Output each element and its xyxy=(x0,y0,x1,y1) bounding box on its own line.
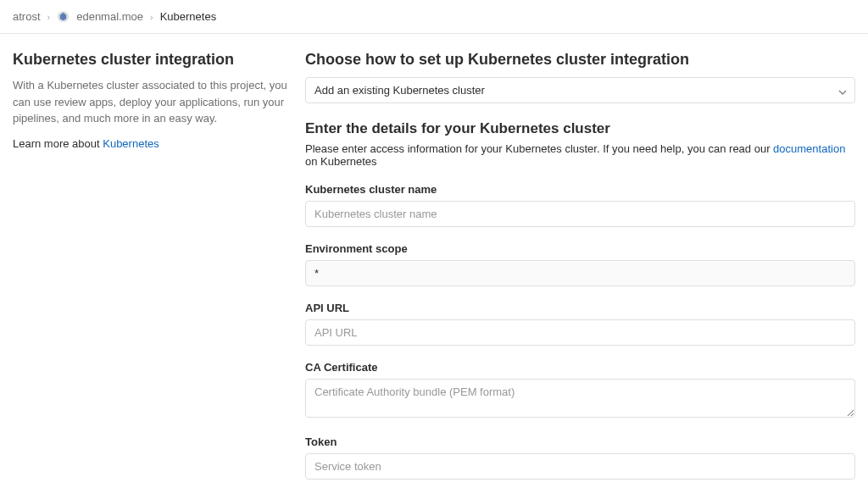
learn-more: Learn more about Kubernetes xyxy=(13,137,288,150)
details-heading: Enter the details for your Kubernetes cl… xyxy=(305,120,855,137)
env-scope-label: Environment scope xyxy=(305,242,855,255)
sidebar: Kubernetes cluster integration With a Ku… xyxy=(13,51,288,488)
sidebar-title: Kubernetes cluster integration xyxy=(13,51,288,69)
breadcrumb: atrost › edenmal.moe › Kubernetes xyxy=(0,0,868,34)
project-avatar-icon xyxy=(57,10,70,23)
token-input[interactable] xyxy=(305,453,855,480)
token-label: Token xyxy=(305,435,855,448)
kubernetes-link[interactable]: Kubernetes xyxy=(103,137,159,150)
chevron-right-icon: › xyxy=(150,12,153,22)
ca-cert-input[interactable] xyxy=(305,379,855,418)
choose-heading: Choose how to set up Kubernetes cluster … xyxy=(305,51,855,69)
breadcrumb-project[interactable]: edenmal.moe xyxy=(76,10,143,23)
api-url-input[interactable] xyxy=(305,319,855,346)
breadcrumb-user[interactable]: atrost xyxy=(13,10,41,23)
sidebar-description: With a Kubernetes cluster associated to … xyxy=(13,77,288,127)
documentation-link[interactable]: documentation xyxy=(773,142,845,155)
learn-more-prefix: Learn more about xyxy=(13,137,103,150)
ca-cert-label: CA Certificate xyxy=(305,361,855,374)
api-url-label: API URL xyxy=(305,302,855,314)
setup-method-select[interactable]: Add an existing Kubernetes cluster xyxy=(305,77,855,103)
setup-method-select-wrap: Add an existing Kubernetes cluster xyxy=(305,77,855,103)
chevron-right-icon: › xyxy=(47,12,51,22)
help-text: Please enter access information for your… xyxy=(305,142,855,168)
cluster-name-label: Kubernetes cluster name xyxy=(305,183,855,196)
breadcrumb-current: Kubernetes xyxy=(160,10,217,23)
help-prefix: Please enter access information for your… xyxy=(305,142,773,155)
main-content: Choose how to set up Kubernetes cluster … xyxy=(305,51,855,488)
env-scope-input[interactable] xyxy=(305,260,855,286)
cluster-name-input[interactable] xyxy=(305,201,855,227)
help-suffix: on Kubernetes xyxy=(305,155,377,168)
